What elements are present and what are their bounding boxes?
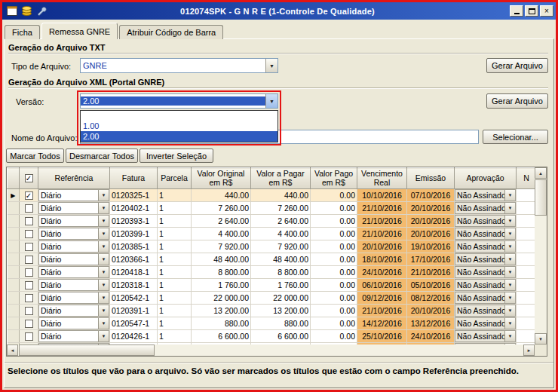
- checkbox-cell[interactable]: [20, 240, 38, 253]
- row-checkbox[interactable]: [25, 320, 33, 328]
- select-all-checkbox[interactable]: ✓: [25, 174, 33, 182]
- chevron-down-icon[interactable]: ▼: [98, 241, 109, 252]
- aprovacao-combobox[interactable]: Não Assinado▼: [455, 189, 516, 201]
- checkbox-cell[interactable]: [20, 253, 38, 266]
- chevron-down-icon[interactable]: ▼: [504, 216, 515, 226]
- cell-referencia[interactable]: Diário▼: [38, 202, 110, 215]
- chevron-down-icon[interactable]: ▼: [98, 318, 109, 329]
- chevron-down-icon[interactable]: ▼: [98, 254, 109, 265]
- cell-referencia[interactable]: Diário▼: [38, 240, 110, 253]
- horizontal-scrollbar[interactable]: ◄ ►: [7, 345, 535, 356]
- dropdown-option-1-00[interactable]: 1.00: [81, 121, 277, 131]
- referencia-combobox[interactable]: Diário▼: [38, 240, 109, 253]
- row-checkbox[interactable]: [25, 307, 33, 315]
- column-header-vencimento_real[interactable]: Vencimento Real: [357, 168, 407, 189]
- file-type-combobox[interactable]: GNRE ▼: [80, 58, 278, 73]
- chevron-down-icon[interactable]: ▼: [98, 203, 109, 213]
- chevron-down-icon[interactable]: ▼: [98, 331, 109, 341]
- vertical-scroll-thumb[interactable]: [535, 179, 547, 216]
- chevron-down-icon[interactable]: ▼: [98, 305, 109, 316]
- chevron-down-icon[interactable]: ▼: [504, 228, 515, 239]
- generate-txt-button[interactable]: Gerar Arquivo: [486, 58, 548, 73]
- row-checkbox[interactable]: [25, 268, 33, 277]
- cell-referencia[interactable]: Diário▼: [38, 279, 110, 292]
- cell-aprovacao[interactable]: Não Assinado▼: [455, 215, 517, 228]
- cell-referencia[interactable]: Diário▼: [38, 292, 110, 305]
- chevron-down-icon[interactable]: ▼: [98, 190, 109, 201]
- column-header-valor_a_pagar[interactable]: Valor a Pagar em R$: [251, 168, 311, 189]
- cell-aprovacao[interactable]: Não Assinado▼: [455, 292, 517, 305]
- cell-aprovacao[interactable]: Não Assinado▼: [455, 202, 517, 215]
- cell-aprovacao[interactable]: Não Assinado▼: [455, 253, 517, 266]
- aprovacao-combobox[interactable]: Não Assinado▼: [455, 266, 516, 278]
- referencia-combobox[interactable]: Diário▼: [38, 202, 109, 214]
- cell-aprovacao[interactable]: Não Assinado▼: [455, 189, 517, 202]
- referencia-combobox[interactable]: Diário▼: [38, 279, 109, 291]
- checkbox-cell[interactable]: ✓: [20, 189, 38, 202]
- table-row[interactable]: Diário▼0120318-111 760.001 760.000.0006/…: [8, 279, 535, 292]
- table-row[interactable]: Diário▼0120399-114 400.004 400.000.0021/…: [8, 228, 535, 240]
- chevron-down-icon[interactable]: ▼: [504, 203, 515, 213]
- referencia-combobox[interactable]: Diário▼: [38, 330, 109, 342]
- chevron-down-icon[interactable]: ▼: [504, 331, 515, 341]
- cell-referencia[interactable]: Diário▼: [38, 228, 110, 240]
- checkbox-cell[interactable]: [20, 279, 38, 292]
- aprovacao-combobox[interactable]: Não Assinado▼: [455, 305, 516, 317]
- cell-referencia[interactable]: Diário▼: [38, 305, 110, 317]
- checkbox-cell[interactable]: [20, 292, 38, 305]
- chevron-down-icon[interactable]: ▼: [504, 241, 515, 252]
- row-checkbox[interactable]: [25, 332, 33, 341]
- checkbox-cell[interactable]: [20, 330, 38, 343]
- table-row[interactable]: Diário▼0120391-1113 200.0013 200.000.002…: [8, 305, 535, 317]
- checkbox-cell[interactable]: [20, 266, 38, 279]
- row-checkbox[interactable]: [25, 281, 33, 289]
- cell-aprovacao[interactable]: Não Assinado▼: [455, 228, 517, 240]
- row-checkbox[interactable]: [25, 294, 33, 302]
- version-combobox[interactable]: 2.00 ▼: [80, 93, 278, 109]
- cell-referencia[interactable]: Diário▼: [38, 189, 110, 202]
- cell-referencia[interactable]: Diário▼: [38, 266, 110, 279]
- chevron-down-icon[interactable]: ▼: [98, 228, 109, 239]
- chevron-down-icon[interactable]: ▼: [98, 267, 109, 277]
- row-checkbox[interactable]: [25, 243, 33, 251]
- chevron-down-icon[interactable]: ▼: [504, 318, 515, 329]
- select-file-button[interactable]: Selecionar...: [483, 130, 548, 144]
- table-row[interactable]: Diário▼0120426-116 600.006 600.000.0025/…: [8, 330, 535, 343]
- maximize-button[interactable]: [525, 5, 538, 17]
- table-row[interactable]: Diário▼0120547-11880.00880.000.0014/12/2…: [8, 317, 535, 330]
- vertical-scrollbar[interactable]: ▲ ▼: [535, 167, 547, 345]
- chevron-down-icon[interactable]: ▼: [265, 59, 277, 72]
- tab-remessa-gnre[interactable]: Remessa GNRE: [41, 23, 118, 39]
- close-button[interactable]: ×: [540, 5, 553, 17]
- checkbox-cell[interactable]: [20, 305, 38, 317]
- row-checkbox[interactable]: [25, 217, 33, 225]
- checkbox-cell[interactable]: [20, 317, 38, 330]
- referencia-combobox[interactable]: Diário▼: [38, 215, 109, 227]
- referencia-combobox[interactable]: Diário▼: [38, 317, 109, 329]
- aprovacao-combobox[interactable]: Não Assinado▼: [455, 292, 516, 304]
- referencia-combobox[interactable]: Diário▼: [38, 228, 109, 240]
- invert-selection-button[interactable]: Inverter Seleção: [140, 149, 213, 163]
- aprovacao-combobox[interactable]: Não Assinado▼: [455, 330, 516, 342]
- chevron-down-icon[interactable]: ▼: [504, 254, 515, 265]
- chevron-down-icon[interactable]: ▼: [265, 94, 277, 108]
- chevron-down-icon[interactable]: ▼: [504, 190, 515, 201]
- chevron-down-icon[interactable]: ▼: [504, 280, 515, 290]
- column-header-fatura[interactable]: Fatura: [110, 168, 158, 189]
- aprovacao-combobox[interactable]: Não Assinado▼: [455, 253, 516, 265]
- table-row[interactable]: Diário▼0120402-117 260.007 260.000.0021/…: [8, 202, 535, 215]
- row-checkbox[interactable]: [25, 256, 33, 264]
- aprovacao-combobox[interactable]: Não Assinado▼: [455, 240, 516, 253]
- chevron-down-icon[interactable]: ▼: [98, 280, 109, 290]
- scroll-left-icon[interactable]: ◄: [7, 345, 18, 356]
- referencia-combobox[interactable]: Diário▼: [38, 292, 109, 304]
- aprovacao-combobox[interactable]: Não Assinado▼: [455, 215, 516, 227]
- table-row[interactable]: Diário▼0120366-1148 400.0048 400.000.001…: [8, 253, 535, 266]
- chevron-down-icon[interactable]: ▼: [504, 292, 515, 303]
- checkbox-cell[interactable]: [20, 202, 38, 215]
- cell-aprovacao[interactable]: Não Assinado▼: [455, 305, 517, 317]
- table-row[interactable]: Diário▼0120385-117 920.007 920.000.0020/…: [8, 240, 535, 253]
- column-header-emissao[interactable]: Emissão: [407, 168, 455, 189]
- row-checkbox[interactable]: [25, 204, 33, 213]
- chevron-down-icon[interactable]: ▼: [98, 292, 109, 303]
